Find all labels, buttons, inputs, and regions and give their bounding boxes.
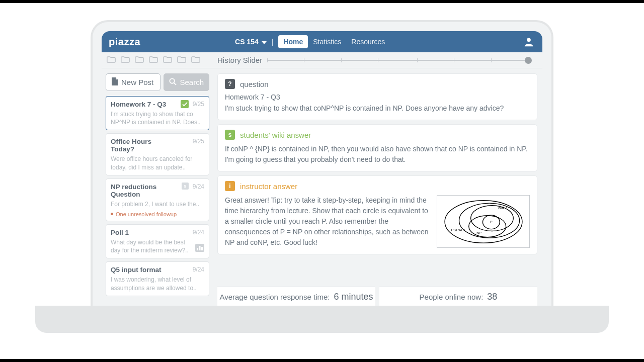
post-item[interactable]: NP reductions Question s 9/24 For proble… [106,178,209,221]
post-item[interactable]: Q5 input format 9/24 I was wondering, wh… [106,261,209,296]
question-badge-icon: ? [225,79,235,89]
svg-text:P: P [490,220,493,224]
svg-point-1 [170,78,175,83]
post-title: Poll 1 [111,229,204,236]
stats-bar: Average question response time: 6 minute… [217,287,537,307]
nav-statistics[interactable]: Statistics [308,35,346,48]
svg-point-8 [459,203,519,238]
app-header: piazza CS 154 | Home Statistics Resource… [102,31,542,52]
svg-text:NP: NP [476,231,481,234]
divider: | [272,38,274,46]
student-badge-icon: s [182,183,189,190]
search-icon [169,78,177,87]
instructor-answer-card: i instructor answer Great answer! Tip: t… [217,175,537,254]
folder-icon[interactable] [191,56,200,65]
post-item[interactable]: Office Hours Today? 9/25 Were office hou… [106,133,209,175]
post-snippet: What day would be the best day for the m… [111,238,204,254]
instructor-answer-body: Great answer! Tip: try to take it step-b… [225,195,429,248]
svg-point-10 [468,215,506,237]
history-slider[interactable] [267,58,530,63]
followup-indicator: One unresolved followup [111,211,204,217]
people-online-value: 38 [487,292,497,302]
post-snippet: I'm stuck trying to show that co NP^NP i… [111,110,204,126]
post-title: Office Hours Today? [111,138,204,153]
post-date: 9/25 [193,101,204,108]
student-badge-icon: s [225,130,235,140]
folder-icon[interactable] [149,56,158,65]
post-date: 9/24 [193,229,204,236]
search-label: Search [180,78,204,86]
post-title: NP reductions Question [111,183,204,198]
post-title: Homework 7 - Q3 [111,101,204,108]
svg-text:coNP: coNP [498,206,507,209]
main-content: ? question Homework 7 - Q3 I'm stuck try… [213,68,542,307]
student-answer-body: If coNP ^ {NP} is contained in NP, then … [225,144,530,165]
svg-line-2 [174,82,176,84]
new-post-button[interactable]: New Post [106,73,160,91]
instructor-badge-icon: i [225,181,235,191]
logo: piazza [109,36,140,48]
post-list: Homework 7 - Q3 9/25 I'm stuck trying to… [106,96,209,296]
response-time-label: Average question response time: [219,293,330,301]
instructor-answer-label: instructor answer [240,182,297,191]
nav-resources[interactable]: Resources [346,35,390,48]
post-item[interactable]: Homework 7 - Q3 9/25 I'm stuck trying to… [106,96,209,130]
response-time-value: 6 minutes [334,292,373,302]
student-answer-card: s students' wiki answer If coNP ^ {NP} i… [217,124,537,171]
course-label: CS 154 [235,38,259,46]
people-online-label: People online now: [420,293,484,301]
nav-home[interactable]: Home [278,35,308,48]
folder-icon[interactable] [107,56,116,65]
svg-point-0 [527,38,531,42]
question-label: question [240,80,269,88]
svg-point-9 [470,205,513,231]
slider-thumb[interactable] [525,57,532,64]
post-date: 9/24 [193,183,204,190]
post-snippet: I was wondering, what level of assumptio… [111,276,204,292]
folder-icon[interactable] [163,56,172,65]
post-date: 9/24 [193,266,204,273]
laptop-base [35,306,609,333]
svg-text:PSPACE: PSPACE [451,228,466,232]
svg-rect-4 [197,248,198,250]
user-icon[interactable] [523,36,534,47]
people-online-stat: People online now: 38 [379,287,537,307]
svg-rect-6 [201,247,203,250]
app-screen: piazza CS 154 | Home Statistics Resource… [102,31,542,307]
question-body: I'm stuck trying to show that coNP^NP is… [225,103,530,114]
poll-icon [195,244,204,254]
post-date: 9/25 [193,138,204,145]
folder-icon[interactable] [121,56,130,65]
folder-icon[interactable] [135,56,144,65]
post-title: Q5 input format [111,266,204,274]
chevron-down-icon [262,38,267,46]
post-snippet: Were office hours canceled for today, di… [111,155,204,171]
svg-rect-5 [199,246,201,250]
search-button[interactable]: Search [164,73,209,91]
folder-toolbar: History Slider [102,52,542,68]
response-time-stat: Average question response time: 6 minute… [217,287,375,307]
folder-row [107,56,200,65]
laptop-frame: piazza CS 154 | Home Statistics Resource… [91,20,553,307]
sidebar: New Post Search Homework 7 - Q3 9/25 I' [102,68,213,307]
student-answer-label: students' wiki answer [240,131,311,139]
answered-check-icon [181,100,189,108]
document-icon [111,77,118,87]
new-post-label: New Post [121,78,153,86]
post-item[interactable]: Poll 1 9/24 What day would be the best d… [106,224,209,258]
question-card: ? question Homework 7 - Q3 I'm stuck try… [217,73,537,120]
complexity-diagram: PSPACE coNP NP P [437,195,530,248]
course-selector[interactable]: CS 154 [235,38,267,46]
history-slider-label: History Slider [217,56,262,64]
question-title: Homework 7 - Q3 [225,93,530,101]
post-snippet: For problem 2, I want to use the.. [111,200,204,208]
folder-icon[interactable] [177,56,186,65]
